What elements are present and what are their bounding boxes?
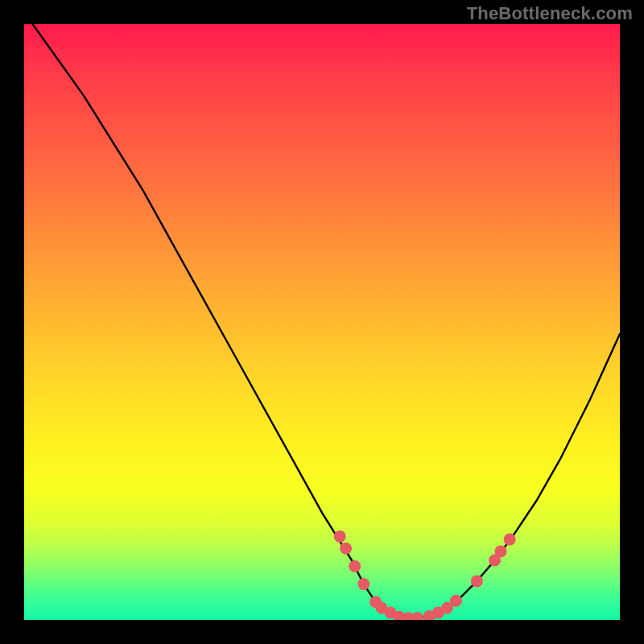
- marker-dot: [450, 595, 462, 607]
- marker-dot: [357, 578, 369, 590]
- highlight-dots: [334, 530, 516, 620]
- marker-dot: [504, 534, 516, 546]
- plot-area: [24, 24, 620, 620]
- marker-dot: [411, 612, 423, 620]
- bottleneck-curve: [24, 24, 620, 619]
- marker-dot: [334, 530, 346, 543]
- watermark-text: TheBottleneck.com: [467, 3, 633, 24]
- marker-dot: [340, 543, 352, 555]
- marker-dot: [349, 560, 361, 572]
- curve-layer: [24, 24, 620, 620]
- marker-dot: [495, 545, 507, 557]
- marker-dot: [471, 575, 483, 587]
- chart-frame: TheBottleneck.com: [0, 0, 644, 644]
